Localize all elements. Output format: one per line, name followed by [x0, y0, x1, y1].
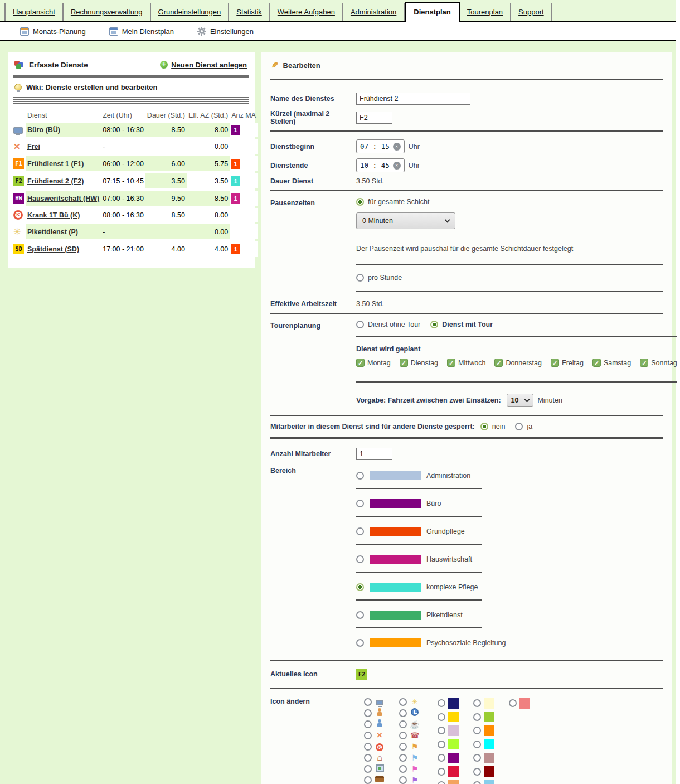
- radio-icon[interactable]: [356, 639, 364, 647]
- radio-icon[interactable]: [438, 781, 445, 784]
- radio-icon[interactable]: [438, 699, 445, 707]
- tab-weitere-aufgaben[interactable]: Weitere Aufgaben: [270, 3, 343, 21]
- bereich-grundpflege[interactable]: Grundpflege: [356, 527, 663, 536]
- radio-icon[interactable]: [364, 754, 372, 762]
- radio-icon[interactable]: [356, 527, 364, 535]
- tab-dienstplan[interactable]: Dienstplan: [405, 2, 459, 22]
- color-option[interactable]: [473, 710, 494, 724]
- icon-option-coffee[interactable]: ☕: [399, 719, 420, 730]
- radio-icon[interactable]: [438, 754, 445, 762]
- icon-option-flag-lightblue[interactable]: ⚑: [399, 752, 420, 763]
- radio-icon[interactable]: [356, 472, 364, 480]
- color-option[interactable]: [438, 765, 459, 779]
- radio-icon[interactable]: [473, 754, 481, 762]
- radio-icon[interactable]: [473, 699, 481, 707]
- tab-hauptansicht[interactable]: Hauptansicht: [4, 3, 64, 21]
- subnav-monats-planung[interactable]: Monats-Planung: [20, 27, 86, 36]
- icon-option-chest[interactable]: [364, 775, 385, 784]
- service-link[interactable]: Pikettdienst (P): [27, 228, 78, 236]
- service-link[interactable]: Büro (BÜ): [27, 126, 60, 134]
- radio-icon[interactable]: [364, 720, 372, 728]
- radio-icon[interactable]: [356, 321, 364, 328]
- tab-tourenplan[interactable]: Tourenplan: [460, 3, 511, 21]
- checkbox-montag[interactable]: ✓Montag: [356, 359, 391, 367]
- checkbox-checked-icon[interactable]: ✓: [356, 359, 365, 367]
- color-option[interactable]: [473, 778, 494, 784]
- checkbox-dienstag[interactable]: ✓Dienstag: [400, 359, 438, 367]
- tab-administration[interactable]: Administration: [343, 3, 405, 21]
- dienst-ohne-tour-option[interactable]: Dienst ohne Tour: [356, 321, 430, 328]
- radio-selected-icon[interactable]: [356, 583, 364, 591]
- pause-minutes-select[interactable]: 0 Minuten: [356, 212, 455, 229]
- bereich-psychosoziale-begleitung[interactable]: Psychosoziale Begleitung: [356, 638, 663, 647]
- pause-stunde-option[interactable]: pro Stunde: [356, 274, 663, 282]
- checkbox-sonntag[interactable]: ✓Sonntag: [640, 359, 677, 367]
- tab-grundeinstellungen[interactable]: Grundeinstellungen: [151, 3, 230, 21]
- icon-option-house[interactable]: ⌂: [364, 752, 385, 763]
- radio-icon[interactable]: [399, 754, 407, 762]
- color-option[interactable]: [438, 724, 459, 738]
- color-option[interactable]: [473, 751, 494, 765]
- clear-time-icon[interactable]: ✕: [393, 143, 401, 151]
- color-option[interactable]: [473, 765, 494, 779]
- color-option[interactable]: [438, 751, 459, 765]
- radio-icon[interactable]: [364, 743, 372, 751]
- radio-icon[interactable]: [356, 555, 364, 563]
- bereich-hauswirtschaft[interactable]: Hauswirtschaft: [356, 555, 663, 564]
- tab-rechnungsverwaltung[interactable]: Rechnungsverwaltung: [64, 3, 151, 21]
- dienstende-input[interactable]: 10 : 45 ✕: [356, 158, 405, 172]
- radio-icon[interactable]: [399, 776, 407, 784]
- radio-icon[interactable]: [364, 709, 372, 717]
- radio-icon[interactable]: [515, 423, 523, 430]
- radio-icon[interactable]: [438, 768, 445, 776]
- color-option[interactable]: [438, 738, 459, 752]
- radio-icon[interactable]: [399, 709, 407, 717]
- radio-selected-icon[interactable]: [430, 321, 438, 328]
- bereich-buero[interactable]: Büro: [356, 499, 663, 508]
- checkbox-checked-icon[interactable]: ✓: [551, 359, 559, 367]
- color-option[interactable]: [473, 724, 494, 738]
- radio-icon[interactable]: [509, 699, 517, 707]
- dienstbeginn-input[interactable]: 07 : 15 ✕: [356, 139, 405, 153]
- radio-icon[interactable]: [473, 727, 481, 734]
- service-link[interactable]: Frühdienst 2 (F2): [27, 177, 84, 185]
- tab-support[interactable]: Support: [511, 3, 552, 21]
- color-option[interactable]: [438, 710, 459, 724]
- icon-option-krank[interactable]: K: [364, 741, 385, 752]
- fahrzeit-select[interactable]: 10: [507, 394, 534, 407]
- radio-icon[interactable]: [438, 741, 445, 748]
- icon-option-worker-orange[interactable]: [364, 708, 385, 719]
- radio-selected-icon[interactable]: [356, 198, 364, 206]
- subnav-mein-dienstplan[interactable]: Mein Dienstplan: [109, 27, 174, 36]
- checkbox-checked-icon[interactable]: ✓: [592, 359, 601, 367]
- radio-icon[interactable]: [356, 500, 364, 507]
- service-link[interactable]: Krank 1T Bü (K): [27, 211, 80, 219]
- icon-option-asterisk[interactable]: ✳: [399, 696, 420, 708]
- color-option[interactable]: [438, 778, 459, 784]
- checkbox-checked-icon[interactable]: ✓: [400, 359, 408, 367]
- icon-option-flag-magenta[interactable]: ⚑: [399, 763, 420, 775]
- radio-icon[interactable]: [473, 768, 481, 776]
- dienst-mit-tour-option[interactable]: Dienst mit Tour: [430, 321, 503, 328]
- bereich-pikettdienst[interactable]: Pikettdienst: [356, 611, 663, 620]
- radio-icon[interactable]: [399, 698, 407, 706]
- color-option[interactable]: [438, 696, 459, 710]
- radio-icon[interactable]: [356, 274, 364, 282]
- radio-icon[interactable]: [473, 781, 481, 784]
- gesperrt-nein-option[interactable]: nein: [480, 423, 516, 430]
- radio-icon[interactable]: [438, 713, 445, 721]
- checkbox-checked-icon[interactable]: ✓: [494, 359, 503, 367]
- checkbox-donnerstag[interactable]: ✓Donnerstag: [494, 359, 542, 367]
- radio-icon[interactable]: [473, 741, 481, 748]
- icon-option-picture[interactable]: [364, 763, 385, 775]
- radio-icon[interactable]: [364, 765, 372, 773]
- tab-statistik[interactable]: Statistik: [229, 3, 270, 21]
- checkbox-checked-icon[interactable]: ✓: [640, 359, 648, 367]
- radio-icon[interactable]: [399, 732, 407, 739]
- radio-icon[interactable]: [364, 698, 372, 706]
- service-link[interactable]: Hausweritschaft (HW): [27, 195, 99, 202]
- service-link[interactable]: Frühdienst 1 (F1): [27, 160, 84, 168]
- anzahl-mitarbeiter-input[interactable]: [356, 448, 392, 460]
- neuen-dienst-anlegen-link[interactable]: + Neuen Dienst anlegen: [160, 61, 247, 69]
- radio-icon[interactable]: [364, 732, 372, 739]
